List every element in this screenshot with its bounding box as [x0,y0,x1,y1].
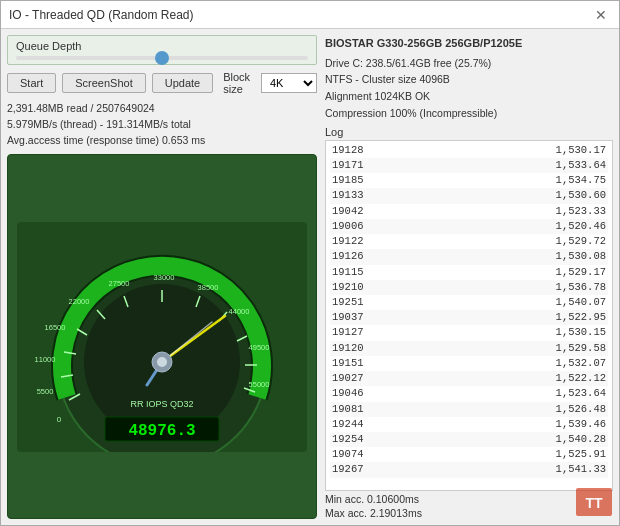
log-num: 19251 [332,295,382,310]
svg-text:27500: 27500 [109,279,130,288]
slider-container [16,56,308,60]
log-row: 191201,529.58 [330,341,608,356]
right-panel: BIOSTAR G330-256GB 256GB/P1205E Drive C:… [325,35,613,519]
svg-text:16500: 16500 [45,323,66,332]
stats-line1: 2,391.48MB read / 2507649024 [7,101,317,117]
log-val: 1,529.58 [556,341,606,356]
drive-info-line4: Compression 100% (Incompressible) [325,105,613,122]
log-val: 1,530.08 [556,249,606,264]
svg-point-30 [157,357,167,367]
log-val: 1,525.91 [556,447,606,462]
log-row: 191151,529.17 [330,265,608,280]
log-row: 191261,530.08 [330,249,608,264]
log-row: 192671,541.33 [330,462,608,477]
svg-text:38500: 38500 [198,283,219,292]
log-val: 1,523.64 [556,386,606,401]
log-num: 19267 [332,462,382,477]
screenshot-button[interactable]: ScreenShot [62,73,145,93]
log-row: 190741,525.91 [330,447,608,462]
log-row: 190061,520.46 [330,219,608,234]
log-val: 1,529.72 [556,234,606,249]
log-footer-min: Min acc. 0.10600ms [325,493,613,505]
log-footer-max: Max acc. 2.19013ms [325,507,613,519]
gauge-svg: 0 5500 11000 16500 22000 27500 33000 385… [17,222,307,452]
log-content[interactable]: 191281,530.17191711,533.64191851,534.751… [325,140,613,491]
log-row: 191331,530.60 [330,188,608,203]
log-row: 192441,539.46 [330,417,608,432]
svg-text:RR IOPS QD32: RR IOPS QD32 [130,399,193,409]
log-val: 1,529.17 [556,265,606,280]
log-num: 19185 [332,173,382,188]
svg-text:49500: 49500 [249,343,270,352]
gauge-container: 0 5500 11000 16500 22000 27500 33000 385… [7,154,317,519]
log-num: 19042 [332,204,382,219]
log-num: 19126 [332,249,382,264]
log-label: Log [325,126,613,138]
log-val: 1,532.07 [556,356,606,371]
log-row: 192511,540.07 [330,295,608,310]
queue-depth-slider[interactable] [16,56,308,60]
log-val: 1,540.28 [556,432,606,447]
stats-line3: Avg.access time (response time) 0.653 ms [7,133,317,149]
svg-text:5500: 5500 [37,387,54,396]
queue-depth-section: Queue Depth [7,35,317,65]
log-num: 19127 [332,325,382,340]
drive-info-line1: Drive C: 238.5/61.4GB free (25.7%) [325,55,613,72]
log-row: 191271,530.15 [330,325,608,340]
log-row: 190461,523.64 [330,386,608,401]
log-val: 1,540.07 [556,295,606,310]
log-val: 1,520.46 [556,219,606,234]
drive-info-title: BIOSTAR G330-256GB 256GB/P1205E [325,35,613,53]
drive-info: BIOSTAR G330-256GB 256GB/P1205E Drive C:… [325,35,613,122]
left-panel: Queue Depth Start ScreenShot Update Bloc… [7,35,317,519]
update-button[interactable]: Update [152,73,213,93]
stats-line2: 5.979MB/s (thread) - 191.314MB/s total [7,117,317,133]
log-val: 1,539.46 [556,417,606,432]
log-val: 1,530.15 [556,325,606,340]
log-num: 19210 [332,280,382,295]
log-row: 192101,536.78 [330,280,608,295]
svg-text:55000: 55000 [249,380,270,389]
log-num: 19046 [332,386,382,401]
start-button[interactable]: Start [7,73,56,93]
svg-text:0: 0 [57,415,62,424]
log-num: 19171 [332,158,382,173]
svg-text:44000: 44000 [229,307,250,316]
svg-text:11000: 11000 [35,355,56,364]
svg-text:22000: 22000 [69,297,90,306]
log-section: Log 191281,530.17191711,533.64191851,534… [325,126,613,519]
svg-text:TT: TT [585,495,603,511]
main-window: IO - Threaded QD (Random Read) ✕ Queue D… [0,0,620,526]
log-val: 1,523.33 [556,204,606,219]
log-num: 19074 [332,447,382,462]
log-num: 19133 [332,188,382,203]
block-size-label: Block size [223,71,255,95]
log-num: 19244 [332,417,382,432]
log-row: 190371,522.95 [330,310,608,325]
log-row: 190811,526.48 [330,402,608,417]
log-row: 191511,532.07 [330,356,608,371]
content-area: Queue Depth Start ScreenShot Update Bloc… [1,29,619,525]
log-num: 19122 [332,234,382,249]
stats-section: 2,391.48MB read / 2507649024 5.979MB/s (… [7,101,317,148]
log-row: 191281,530.17 [330,143,608,158]
log-val: 1,526.48 [556,402,606,417]
window-title: IO - Threaded QD (Random Read) [9,8,194,22]
log-num: 19151 [332,356,382,371]
log-val: 1,522.12 [556,371,606,386]
controls-row: Start ScreenShot Update Block size 4K 51… [7,71,317,95]
log-num: 19120 [332,341,382,356]
log-row: 190421,523.33 [330,204,608,219]
log-row: 191851,534.75 [330,173,608,188]
log-row: 191221,529.72 [330,234,608,249]
block-size-select[interactable]: 4K 512B 1K 2K 8K 16K [261,73,317,93]
log-row: 192541,540.28 [330,432,608,447]
drive-info-line2: NTFS - Cluster size 4096B [325,71,613,88]
log-num: 19128 [332,143,382,158]
svg-text:33000: 33000 [154,273,175,282]
close-button[interactable]: ✕ [591,5,611,25]
log-val: 1,541.33 [556,462,606,477]
log-num: 19081 [332,402,382,417]
log-num: 19037 [332,310,382,325]
drive-info-line3: Alignment 1024KB OK [325,88,613,105]
